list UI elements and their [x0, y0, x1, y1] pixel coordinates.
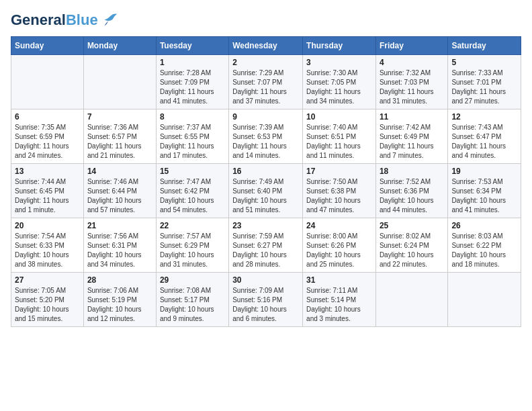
weekday-row: SundayMondayTuesdayWednesdayThursdayFrid… — [11, 37, 521, 55]
logo-bird-icon — [99, 11, 118, 30]
day-cell: 5 Sunrise: 7:33 AMSunset: 7:01 PMDayligh… — [448, 55, 521, 109]
day-cell: 1 Sunrise: 7:28 AMSunset: 7:09 PMDayligh… — [156, 55, 228, 109]
day-number: 23 — [232, 221, 299, 230]
day-info: Sunrise: 7:50 AMSunset: 6:38 PMDaylight:… — [306, 177, 372, 215]
day-cell: 7 Sunrise: 7:36 AMSunset: 6:57 PMDayligh… — [83, 109, 156, 164]
day-number: 22 — [160, 221, 225, 230]
day-cell: 24 Sunrise: 8:00 AMSunset: 6:26 PMDaylig… — [303, 218, 376, 273]
day-info: Sunrise: 7:53 AMSunset: 6:34 PMDaylight:… — [451, 177, 517, 215]
day-cell: 27 Sunrise: 7:05 AMSunset: 5:20 PMDaylig… — [11, 273, 84, 327]
page-header: GeneralBlue — [11, 11, 521, 30]
day-number: 7 — [87, 112, 152, 122]
day-info: Sunrise: 7:46 AMSunset: 6:44 PMDaylight:… — [87, 177, 152, 215]
week-row-3: 13 Sunrise: 7:44 AMSunset: 6:45 PMDaylig… — [11, 164, 521, 218]
day-info: Sunrise: 7:06 AMSunset: 5:19 PMDaylight:… — [87, 286, 152, 324]
day-cell: 31 Sunrise: 7:11 AMSunset: 5:14 PMDaylig… — [303, 273, 376, 327]
day-info: Sunrise: 8:02 AMSunset: 6:24 PMDaylight:… — [380, 232, 444, 269]
day-info: Sunrise: 7:56 AMSunset: 6:31 PMDaylight:… — [87, 232, 152, 269]
day-number: 1 — [160, 58, 225, 67]
day-number: 16 — [232, 167, 299, 176]
day-info: Sunrise: 7:42 AMSunset: 6:49 PMDaylight:… — [380, 123, 444, 161]
day-cell: 26 Sunrise: 8:03 AMSunset: 6:22 PMDaylig… — [448, 218, 521, 273]
day-cell: 17 Sunrise: 7:50 AMSunset: 6:38 PMDaylig… — [303, 164, 376, 218]
calendar-table: SundayMondayTuesdayWednesdayThursdayFrid… — [11, 36, 521, 327]
day-cell — [448, 273, 521, 327]
day-info: Sunrise: 7:33 AMSunset: 7:01 PMDaylight:… — [451, 68, 517, 106]
day-number: 29 — [160, 275, 225, 285]
day-cell: 21 Sunrise: 7:56 AMSunset: 6:31 PMDaylig… — [83, 218, 156, 273]
day-cell: 14 Sunrise: 7:46 AMSunset: 6:44 PMDaylig… — [83, 164, 156, 218]
day-number: 25 — [380, 221, 444, 230]
day-cell: 30 Sunrise: 7:09 AMSunset: 5:16 PMDaylig… — [229, 273, 303, 327]
day-number: 18 — [380, 167, 444, 176]
weekday-header-sunday: Sunday — [11, 37, 84, 55]
day-info: Sunrise: 7:08 AMSunset: 5:17 PMDaylight:… — [160, 286, 225, 324]
day-cell: 13 Sunrise: 7:44 AMSunset: 6:45 PMDaylig… — [11, 164, 84, 218]
day-cell: 28 Sunrise: 7:06 AMSunset: 5:19 PMDaylig… — [83, 273, 156, 327]
day-cell: 11 Sunrise: 7:42 AMSunset: 6:49 PMDaylig… — [375, 109, 447, 164]
day-cell: 2 Sunrise: 7:29 AMSunset: 7:07 PMDayligh… — [229, 55, 303, 109]
day-number: 13 — [15, 167, 80, 176]
week-row-1: 1 Sunrise: 7:28 AMSunset: 7:09 PMDayligh… — [11, 55, 521, 109]
day-number: 6 — [15, 112, 80, 122]
day-number: 21 — [87, 221, 152, 230]
day-number: 3 — [306, 58, 372, 67]
day-number: 4 — [380, 58, 444, 67]
day-cell: 9 Sunrise: 7:39 AMSunset: 6:53 PMDayligh… — [229, 109, 303, 164]
day-number: 24 — [306, 221, 372, 230]
calendar-body: 1 Sunrise: 7:28 AMSunset: 7:09 PMDayligh… — [11, 55, 521, 327]
day-number: 17 — [306, 167, 372, 176]
week-row-5: 27 Sunrise: 7:05 AMSunset: 5:20 PMDaylig… — [11, 273, 521, 327]
day-info: Sunrise: 7:36 AMSunset: 6:57 PMDaylight:… — [87, 123, 152, 161]
day-number: 28 — [87, 275, 152, 285]
day-number: 20 — [15, 221, 80, 230]
weekday-header-saturday: Saturday — [448, 37, 521, 55]
weekday-header-wednesday: Wednesday — [229, 37, 303, 55]
day-number: 8 — [160, 112, 225, 122]
weekday-header-friday: Friday — [375, 37, 447, 55]
day-cell: 8 Sunrise: 7:37 AMSunset: 6:55 PMDayligh… — [156, 109, 228, 164]
day-number: 15 — [160, 167, 225, 176]
day-number: 5 — [451, 58, 517, 67]
day-info: Sunrise: 7:40 AMSunset: 6:51 PMDaylight:… — [306, 123, 372, 161]
day-cell — [11, 55, 84, 109]
day-info: Sunrise: 7:39 AMSunset: 6:53 PMDaylight:… — [232, 123, 299, 161]
day-cell: 20 Sunrise: 7:54 AMSunset: 6:33 PMDaylig… — [11, 218, 84, 273]
day-number: 30 — [232, 275, 299, 285]
day-info: Sunrise: 7:09 AMSunset: 5:16 PMDaylight:… — [232, 286, 299, 324]
day-number: 26 — [451, 221, 517, 230]
day-number: 10 — [306, 112, 372, 122]
day-info: Sunrise: 7:57 AMSunset: 6:29 PMDaylight:… — [160, 232, 225, 269]
day-cell: 18 Sunrise: 7:52 AMSunset: 6:36 PMDaylig… — [375, 164, 447, 218]
day-number: 11 — [380, 112, 444, 122]
week-row-4: 20 Sunrise: 7:54 AMSunset: 6:33 PMDaylig… — [11, 218, 521, 273]
weekday-header-thursday: Thursday — [303, 37, 376, 55]
day-number: 9 — [232, 112, 299, 122]
day-cell: 3 Sunrise: 7:30 AMSunset: 7:05 PMDayligh… — [303, 55, 376, 109]
day-info: Sunrise: 7:47 AMSunset: 6:42 PMDaylight:… — [160, 177, 225, 215]
day-info: Sunrise: 7:32 AMSunset: 7:03 PMDaylight:… — [380, 68, 444, 106]
day-info: Sunrise: 8:00 AMSunset: 6:26 PMDaylight:… — [306, 232, 372, 269]
day-cell: 25 Sunrise: 8:02 AMSunset: 6:24 PMDaylig… — [375, 218, 447, 273]
day-number: 19 — [451, 167, 517, 176]
day-cell: 12 Sunrise: 7:43 AMSunset: 6:47 PMDaylig… — [448, 109, 521, 164]
day-cell: 15 Sunrise: 7:47 AMSunset: 6:42 PMDaylig… — [156, 164, 228, 218]
weekday-header-monday: Monday — [83, 37, 156, 55]
day-cell: 4 Sunrise: 7:32 AMSunset: 7:03 PMDayligh… — [375, 55, 447, 109]
day-info: Sunrise: 7:30 AMSunset: 7:05 PMDaylight:… — [306, 68, 372, 106]
day-info: Sunrise: 7:11 AMSunset: 5:14 PMDaylight:… — [306, 286, 372, 324]
day-info: Sunrise: 7:59 AMSunset: 6:27 PMDaylight:… — [232, 232, 299, 269]
day-info: Sunrise: 7:54 AMSunset: 6:33 PMDaylight:… — [15, 232, 80, 269]
day-cell: 29 Sunrise: 7:08 AMSunset: 5:17 PMDaylig… — [156, 273, 228, 327]
logo-text: GeneralBlue — [11, 12, 98, 28]
day-info: Sunrise: 7:29 AMSunset: 7:07 PMDaylight:… — [232, 68, 299, 106]
day-info: Sunrise: 7:35 AMSunset: 6:59 PMDaylight:… — [15, 123, 80, 161]
day-number: 2 — [232, 58, 299, 67]
day-info: Sunrise: 7:05 AMSunset: 5:20 PMDaylight:… — [15, 286, 80, 324]
weekday-header-tuesday: Tuesday — [156, 37, 228, 55]
day-info: Sunrise: 7:28 AMSunset: 7:09 PMDaylight:… — [160, 68, 225, 106]
day-cell: 6 Sunrise: 7:35 AMSunset: 6:59 PMDayligh… — [11, 109, 84, 164]
day-number: 27 — [15, 275, 80, 285]
day-cell: 10 Sunrise: 7:40 AMSunset: 6:51 PMDaylig… — [303, 109, 376, 164]
day-number: 12 — [451, 112, 517, 122]
